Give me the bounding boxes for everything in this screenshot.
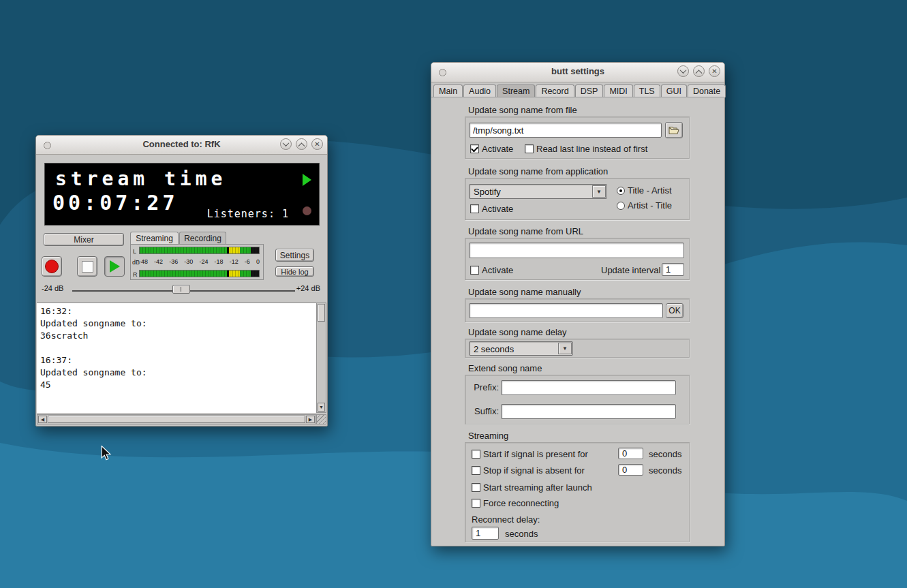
scroll-left-icon: ◀ — [41, 417, 44, 422]
streaming-group: Start if signal is present for seconds S… — [465, 442, 690, 542]
radio-artist-title[interactable] — [617, 202, 625, 210]
vu-left-bar — [139, 247, 260, 254]
tab-dsp[interactable]: DSP — [575, 84, 604, 97]
close-button[interactable]: ✕ — [311, 138, 323, 150]
stream-time-label: stream time — [55, 168, 226, 190]
prefix-input[interactable] — [501, 380, 676, 395]
app-group: Spotify ▼ Title - Artist Artist - Title … — [465, 178, 690, 220]
read-last-line-label: Read last line instead of first — [536, 144, 647, 154]
v-scrollbar[interactable]: ▼ — [316, 303, 326, 413]
reconnect-delay-label: Reconnect delay: — [472, 514, 540, 525]
h-scrollbar-thumb[interactable] — [48, 416, 305, 423]
activate-file-checkbox[interactable] — [470, 144, 479, 153]
force-reconnect-checkbox[interactable] — [472, 499, 480, 508]
close-icon: ✕ — [711, 68, 717, 75]
settings-titlebar[interactable]: butt settings ✕ — [431, 63, 724, 82]
h-scrollbar[interactable]: ◀ ▶ — [37, 414, 316, 424]
song-file-input[interactable] — [469, 123, 662, 138]
folder-icon — [668, 126, 679, 135]
reconnect-delay-input[interactable] — [472, 527, 499, 540]
browse-folder-button[interactable] — [665, 122, 683, 138]
tab-record[interactable]: Record — [536, 84, 574, 97]
close-icon: ✕ — [314, 141, 320, 148]
suffix-label: Suffix: — [469, 406, 499, 416]
app-select[interactable]: Spotify ▼ — [469, 184, 607, 199]
vu-tick: -36 — [169, 258, 178, 265]
log-output: 16:32: Updated songname to: 36scratch 16… — [37, 303, 316, 413]
settings-button[interactable]: Settings — [275, 249, 314, 262]
tab-audio[interactable]: Audio — [463, 84, 496, 97]
radio-title-artist[interactable] — [617, 187, 625, 195]
chevron-down-icon — [680, 67, 687, 74]
app-select-value: Spotify — [474, 187, 501, 197]
activate-url-label: Activate — [482, 265, 513, 275]
stop-signal-seconds-input[interactable] — [618, 464, 643, 476]
listeners-count: Listeners: 1 — [207, 208, 289, 220]
dropdown-arrow-icon: ▼ — [558, 343, 572, 354]
stop-button[interactable] — [77, 256, 97, 277]
tab-stream[interactable]: Stream — [497, 84, 535, 97]
record-indicator-icon — [303, 206, 311, 215]
start-after-launch-checkbox[interactable] — [472, 483, 480, 492]
v-scrollbar-thumb[interactable] — [318, 304, 325, 322]
vu-tick: -30 — [184, 258, 193, 265]
ok-button-label: OK — [668, 306, 680, 315]
tab-label: Audio — [469, 87, 491, 96]
file-group: Activate Read last line instead of first — [465, 117, 690, 159]
vu-scale: -48 -42 -36 -30 -24 -18 -12 -6 0 — [139, 258, 260, 265]
activate-url-checkbox[interactable] — [470, 266, 479, 275]
url-input[interactable] — [469, 243, 684, 258]
hide-log-button[interactable]: Hide log — [275, 266, 314, 277]
tab-label: Record — [541, 87, 568, 96]
tab-label: MIDI — [609, 87, 627, 96]
tab-donate[interactable]: Donate — [688, 84, 726, 97]
tab-gui[interactable]: GUI — [661, 84, 687, 97]
vu-right-label: R — [133, 271, 138, 278]
start-after-launch-label: Start streaming after launch — [483, 482, 592, 493]
url-group-label: Update song name from URL — [468, 226, 583, 236]
update-interval-input[interactable] — [662, 263, 684, 276]
activate-app-checkbox[interactable] — [470, 204, 479, 213]
mixer-button[interactable]: Mixer — [44, 233, 124, 246]
main-titlebar[interactable]: Connected to: RfK ✕ — [36, 136, 327, 155]
manual-song-input[interactable] — [469, 303, 663, 318]
tab-main[interactable]: Main — [433, 84, 463, 97]
play-icon — [110, 260, 120, 273]
tab-midi[interactable]: MIDI — [604, 84, 632, 97]
suffix-input[interactable] — [501, 404, 676, 419]
tab-tls[interactable]: TLS — [634, 84, 660, 97]
vu-tick: -6 — [245, 258, 250, 265]
close-button[interactable]: ✕ — [709, 65, 720, 77]
hide-log-button-label: Hide log — [281, 268, 308, 276]
scroll-left-button[interactable]: ◀ — [38, 416, 47, 423]
record-button[interactable] — [42, 256, 62, 277]
tab-recording[interactable]: Recording — [179, 232, 226, 244]
tab-streaming[interactable]: Streaming — [130, 232, 179, 244]
vu-meter: L dB -48 -42 -36 -30 -24 -18 -12 -6 0 R — [130, 244, 264, 280]
delay-select[interactable]: 2 seconds ▼ — [469, 341, 573, 356]
settings-button-label: Settings — [280, 251, 309, 260]
vu-right-bar — [139, 270, 260, 277]
stop-signal-checkbox[interactable] — [472, 466, 480, 475]
url-group: Activate Update interval — [465, 238, 690, 280]
scroll-right-button[interactable]: ▶ — [306, 416, 315, 423]
start-signal-seconds-input[interactable] — [618, 448, 643, 459]
minimize-button[interactable] — [280, 138, 292, 150]
maximize-button[interactable] — [693, 65, 705, 77]
minimize-button[interactable] — [677, 65, 689, 77]
start-signal-checkbox[interactable] — [472, 450, 480, 459]
gain-slider-handle[interactable] — [172, 285, 190, 294]
resize-grip[interactable] — [316, 414, 326, 424]
ok-button[interactable]: OK — [666, 303, 683, 318]
chevron-up-icon — [696, 69, 703, 76]
manual-group: OK — [465, 298, 690, 322]
radio-artist-title-label: Artist - Title — [628, 200, 672, 211]
reconnect-delay-unit-label: seconds — [505, 529, 538, 539]
read-last-line-checkbox[interactable] — [525, 144, 534, 153]
lcd-display: stream time 00:07:27 Listeners: 1 — [44, 163, 320, 226]
vu-tick: -42 — [154, 258, 163, 265]
maximize-button[interactable] — [296, 138, 307, 150]
play-button[interactable] — [104, 256, 125, 277]
tab-label: TLS — [639, 87, 655, 96]
scroll-down-button[interactable]: ▼ — [318, 403, 325, 412]
